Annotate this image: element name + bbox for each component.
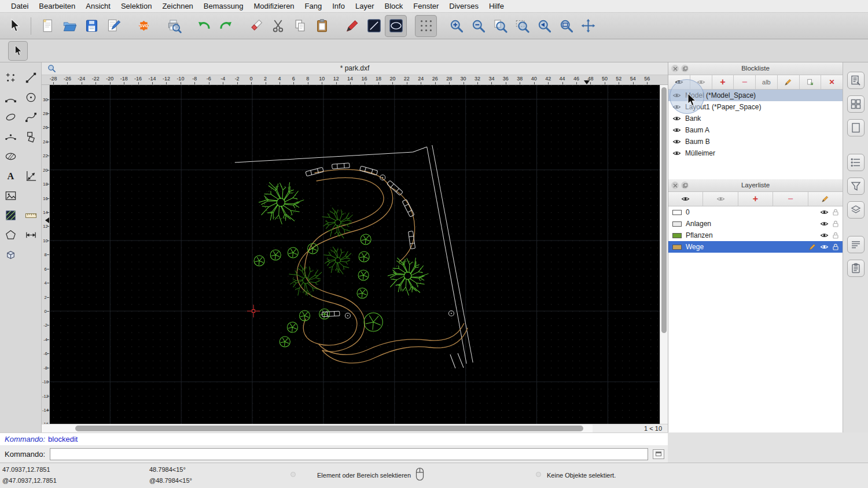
line-tool-button[interactable] [22,69,40,86]
pan-button[interactable] [577,15,599,37]
layer-show-all-button[interactable] [668,192,703,206]
block-hide-all-button[interactable] [690,75,712,89]
layer-color-swatch[interactable] [672,245,682,250]
layer-list-item[interactable]: 0 [668,206,843,218]
block-delete-button[interactable]: ✕ [821,75,843,89]
block-show-all-button[interactable] [668,75,690,89]
redo-button[interactable] [215,15,237,37]
zoom-in-button[interactable] [445,15,467,37]
lock-icon[interactable] [833,220,838,227]
block-list-item[interactable]: Mülleimer [668,147,843,159]
text-tool-button[interactable]: A [2,168,20,184]
zoom-auto-button[interactable] [489,15,511,37]
layer-add-button[interactable]: + [738,192,773,206]
ellipse-tool-button[interactable] [2,109,20,125]
hatch-tool-button[interactable] [2,207,20,224]
visibility-eye-icon[interactable] [672,116,681,121]
lock-icon[interactable] [833,232,838,239]
line-attributes-button[interactable] [363,15,385,37]
ruler-tool-button[interactable] [22,207,40,224]
layer-list-item[interactable]: Wege [668,241,843,253]
new-file-button[interactable] [36,15,58,37]
image-tool-button[interactable] [2,187,20,204]
layer-list-panel-button[interactable] [847,201,865,219]
vertical-scroll-thumb[interactable] [661,87,667,333]
horizontal-scrollbar[interactable] [42,424,593,432]
undo-button[interactable] [193,15,215,37]
block-list-float-button[interactable] [681,65,689,72]
visibility-eye-icon[interactable] [672,127,681,133]
print-preview-button[interactable] [163,15,185,37]
horizontal-scroll-thumb[interactable] [75,426,583,431]
block-list-item[interactable]: Baum A [668,124,843,136]
dimension-tool-button[interactable] [22,168,40,184]
block-list-item[interactable]: Bank [668,113,843,124]
copy-button[interactable] [289,15,311,37]
layer-color-swatch[interactable] [672,221,682,227]
ellipse-attributes-button[interactable] [385,15,407,37]
menu-block[interactable]: Block [379,0,408,12]
document-tab-bar[interactable]: * park.dxf [42,62,668,75]
menu-fang[interactable]: Fang [300,0,328,12]
polygon-tool-button[interactable] [22,128,40,145]
menu-hilfe[interactable]: Hilfe [484,0,509,12]
property-editor-panel-button[interactable] [847,72,865,89]
arc-segment-tool-button[interactable] [2,128,20,145]
visibility-eye-icon[interactable] [820,221,829,227]
visibility-eye-icon[interactable] [820,232,829,238]
arc-tool-button[interactable] [2,89,20,106]
block-edit-button[interactable] [778,75,800,89]
menu-datei[interactable]: Datei [6,0,34,12]
block-list-item[interactable]: Model (*Model_Space) [668,90,843,101]
lock-icon[interactable] [833,243,838,250]
menu-selektion[interactable]: Selektion [116,0,157,12]
layer-list-float-button[interactable] [681,182,689,189]
menu-diverses[interactable]: Diverses [444,0,484,12]
point-tool-button[interactable] [2,69,20,86]
block-rename-button[interactable]: alb [756,75,778,89]
selection-filter-panel-button[interactable] [847,178,865,195]
menu-fenster[interactable]: Fenster [408,0,444,12]
command-input[interactable] [50,448,648,460]
drawing-canvas[interactable] [50,85,660,424]
visibility-eye-icon[interactable] [672,104,681,110]
solid-tool-button[interactable] [2,246,20,263]
layer-edit-button[interactable] [808,192,843,206]
menu-zeichnen[interactable]: Zeichnen [157,0,198,12]
zoom-window-button[interactable] [555,15,577,37]
layer-remove-button[interactable]: − [773,192,808,206]
menu-layer[interactable]: Layer [350,0,380,12]
layer-color-swatch[interactable] [672,210,682,215]
spline-tool-button[interactable] [22,109,40,125]
selection-tool-button[interactable] [3,15,25,37]
cut-button[interactable] [267,15,289,37]
block-list-item[interactable]: Baum B [668,136,843,147]
vertical-scrollbar[interactable] [660,85,668,424]
shape-tool-button[interactable] [2,227,20,243]
zoom-selection-button[interactable] [511,15,533,37]
sheet-panel-button[interactable] [847,119,865,136]
menu-ansicht[interactable]: Ansicht [80,0,116,12]
clipboard-panel-button[interactable] [847,260,865,277]
block-list-panel-button[interactable] [847,154,865,171]
open-file-button[interactable] [58,15,80,37]
edit-drawing-button[interactable] [102,15,124,37]
visibility-eye-icon[interactable] [672,139,681,145]
visibility-eye-icon[interactable] [672,93,681,98]
block-remove-button[interactable]: − [734,75,756,89]
block-add-button[interactable]: + [712,75,734,89]
menu-bemassung[interactable]: Bemassung [198,0,249,12]
layer-hide-all-button[interactable] [703,192,738,206]
command-options-button[interactable] [653,449,664,459]
circle-tool-button[interactable] [22,89,40,106]
delete-button[interactable] [245,15,267,37]
visibility-eye-icon[interactable] [820,209,829,215]
library-browser-panel-button[interactable] [847,95,865,113]
save-button[interactable] [80,15,102,37]
measure-tool-button[interactable] [22,227,40,243]
menu-bearbeiten[interactable]: Bearbeiten [34,0,80,12]
visibility-eye-icon[interactable] [820,244,829,250]
pen-attributes-button[interactable] [341,15,363,37]
hatch-ellipse-tool-button[interactable] [2,148,20,165]
layer-list-item[interactable]: Pflanzen [668,230,843,241]
